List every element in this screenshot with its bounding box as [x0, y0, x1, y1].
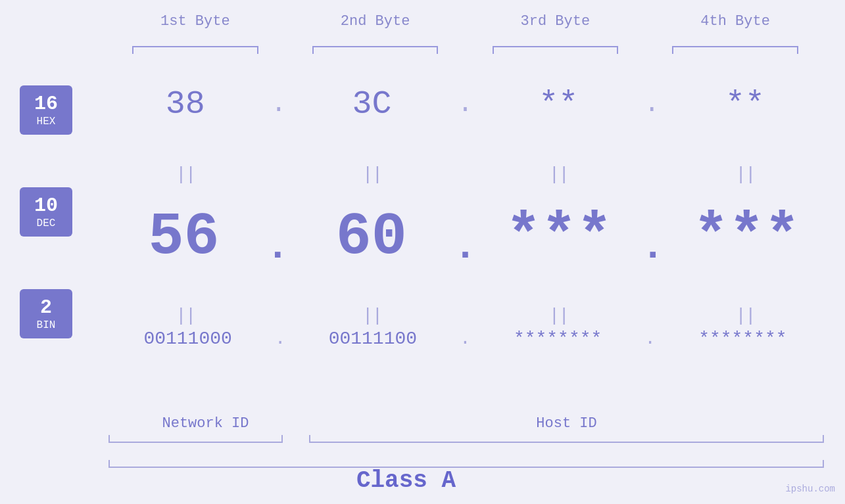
base-labels: 16 HEX 10 DEC 2 BIN — [20, 85, 72, 338]
eq2-1: || — [105, 306, 266, 326]
dec-name: DEC — [37, 218, 56, 230]
main-container: 1st Byte 2nd Byte 3rd Byte 4th Byte 16 H… — [0, 0, 845, 504]
byte-header-1: 1st Byte — [105, 13, 285, 30]
hex-dot-3: . — [639, 91, 665, 118]
eq2-3: || — [479, 306, 639, 326]
dec-val-3: *** — [481, 204, 638, 271]
equals-row-1: || || || || — [105, 164, 825, 185]
dec-dot-1: . — [262, 227, 293, 267]
bracket-line-4 — [672, 46, 798, 54]
hex-name: HEX — [37, 116, 56, 128]
bracket-line-3 — [493, 46, 619, 54]
bracket-col-2 — [285, 46, 466, 54]
bin-val-2: 00111100 — [290, 329, 455, 349]
bin-num: 2 — [40, 296, 52, 319]
bin-name: BIN — [37, 319, 56, 332]
eq2-2: || — [292, 306, 452, 326]
bin-dot-2: . — [456, 329, 475, 349]
network-id-label: Network ID — [109, 415, 302, 432]
bin-bracket-left — [109, 435, 283, 443]
eq1-3: || — [479, 164, 639, 185]
byte-header-3: 3rd Byte — [466, 13, 646, 30]
hex-val-2: 3C — [292, 85, 452, 123]
dec-val-4: *** — [668, 204, 825, 271]
hex-val-3: ** — [479, 85, 639, 123]
bin-dot-3: . — [640, 329, 660, 349]
hex-dot-1: . — [266, 91, 292, 118]
hex-num: 16 — [34, 92, 58, 116]
hex-val-4: ** — [665, 85, 825, 123]
hex-row: 38 . 3C . ** . ** — [105, 85, 825, 123]
host-id-label: Host ID — [309, 415, 824, 432]
bracket-line-1 — [132, 46, 258, 54]
dec-row: 56 . 60 . *** . *** — [105, 204, 825, 271]
eq1-spacer1 — [266, 164, 292, 185]
eq1-spacer2 — [452, 164, 479, 185]
bin-dot-1: . — [270, 329, 290, 349]
byte-header-2: 2nd Byte — [285, 13, 466, 30]
eq1-4: || — [665, 164, 825, 185]
eq2-spacer3 — [639, 306, 665, 326]
hex-dot-2: . — [452, 91, 479, 118]
bin-badge: 2 BIN — [20, 289, 72, 338]
main-grid: 38 . 3C . ** . ** || || || || 56 . 60 . … — [105, 72, 825, 438]
bin-val-1: 00111000 — [105, 329, 270, 349]
watermark: ipshu.com — [785, 484, 835, 494]
top-brackets — [105, 46, 825, 54]
dec-val-1: 56 — [105, 204, 262, 271]
bracket-col-4 — [645, 46, 825, 54]
eq2-4: || — [665, 306, 825, 326]
dec-num: 10 — [34, 194, 58, 218]
eq2-spacer1 — [266, 306, 292, 326]
dec-badge: 10 DEC — [20, 187, 72, 237]
bin-val-4: ******** — [660, 329, 825, 349]
bracket-line-2 — [312, 46, 439, 54]
byte-header-4: 4th Byte — [645, 13, 825, 30]
dec-val-2: 60 — [293, 204, 450, 271]
bin-val-3: ******** — [475, 329, 640, 349]
equals-row-2: || || || || — [105, 306, 825, 326]
bracket-col-1 — [105, 46, 285, 54]
class-label: Class A — [0, 467, 812, 494]
dec-dot-3: . — [638, 227, 668, 267]
bin-bracket-right — [309, 435, 824, 443]
hex-val-1: 38 — [105, 85, 266, 123]
hex-badge: 16 HEX — [20, 85, 72, 135]
eq2-spacer2 — [452, 306, 479, 326]
eq1-spacer3 — [639, 164, 665, 185]
byte-headers: 1st Byte 2nd Byte 3rd Byte 4th Byte — [105, 13, 825, 30]
bracket-col-3 — [466, 46, 646, 54]
eq1-1: || — [105, 164, 266, 185]
bin-row: 00111000 . 00111100 . ******** . *******… — [105, 329, 825, 349]
dec-dot-2: . — [450, 227, 480, 267]
eq1-2: || — [292, 164, 452, 185]
